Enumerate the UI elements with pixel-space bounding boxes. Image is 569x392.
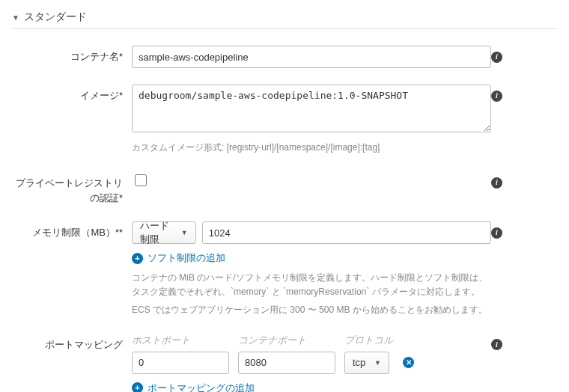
port-header-container: コンテナポート	[238, 334, 335, 347]
remove-port-mapping-icon[interactable]: ✕	[403, 357, 414, 368]
port-header-host: ホストポート	[132, 334, 229, 347]
memory-help-2: ECS ではウェブアプリケーション用に 300 〜 500 MB から始めること…	[132, 303, 491, 317]
memory-help-1: コンテナの MiB のハード/ソフトメモリ制限を定義します。ハード制限とソフト制…	[132, 271, 491, 299]
image-help: カスタムイメージ形式: [registry-url]/[namespace]/[…	[132, 141, 491, 155]
port-mapping-row: tcp ▼ ✕	[132, 352, 491, 374]
plus-icon: +	[132, 382, 143, 392]
port-mapping-label: ポートマッピング	[12, 334, 132, 352]
info-icon[interactable]: i	[491, 52, 502, 63]
image-input[interactable]: <span></span>	[132, 85, 491, 132]
port-header-protocol: プロトコル	[344, 334, 404, 347]
add-port-mapping-link[interactable]: + ポートマッピングの追加	[132, 382, 255, 392]
plus-icon: +	[132, 253, 143, 264]
memory-limit-label: メモリ制限（MB）**	[12, 221, 132, 239]
section-title: スタンダード	[24, 10, 87, 24]
info-icon[interactable]: i	[491, 339, 502, 350]
memory-limit-type-select[interactable]: ハード制限 ▼	[132, 221, 196, 244]
host-port-input[interactable]	[132, 352, 229, 374]
private-registry-checkbox[interactable]	[135, 174, 147, 186]
memory-limit-value-input[interactable]	[202, 221, 491, 244]
container-name-label: コンテナ名*	[12, 46, 132, 64]
add-port-mapping-label: ポートマッピングの追加	[147, 382, 255, 392]
image-label: イメージ*	[12, 85, 132, 102]
container-name-input[interactable]	[132, 46, 491, 68]
add-soft-limit-link[interactable]: + ソフト制限の追加	[132, 251, 225, 265]
info-icon[interactable]: i	[491, 91, 502, 102]
section-header[interactable]: ▼ スタンダード	[12, 6, 557, 29]
info-icon[interactable]: i	[491, 177, 502, 189]
info-icon[interactable]: i	[491, 227, 502, 239]
protocol-value: tcp	[353, 357, 365, 368]
container-port-input[interactable]	[238, 352, 335, 374]
chevron-down-icon: ▼	[181, 229, 188, 236]
chevron-down-icon: ▼	[374, 359, 381, 367]
protocol-select[interactable]: tcp ▼	[344, 352, 389, 374]
memory-limit-type-value: ハード制限	[140, 219, 177, 246]
caret-down-icon: ▼	[12, 13, 19, 22]
add-soft-limit-label: ソフト制限の追加	[147, 251, 225, 265]
private-registry-label: プライベートレジストリの認証*	[12, 171, 132, 205]
